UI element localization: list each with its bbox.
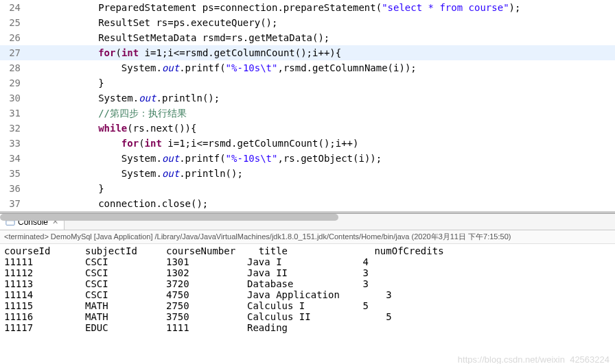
line-number: 35 bbox=[0, 166, 29, 181]
code-content[interactable]: while(rs.next()){ bbox=[29, 121, 615, 136]
code-content[interactable]: System.out.printf("%-10s\t",rsmd.getColu… bbox=[29, 60, 615, 75]
line-number: 29 bbox=[0, 75, 29, 90]
console-panel: Console ✕ <terminated> DemoMySql [Java A… bbox=[0, 213, 615, 364]
code-line[interactable]: 30 System.out.println(); bbox=[0, 90, 615, 106]
code-line[interactable]: 35 System.out.println(); bbox=[0, 166, 615, 181]
code-content[interactable]: ResultSetMetaData rsmd=rs.getMetaData(); bbox=[29, 30, 615, 45]
editor-horizontal-scrollbar[interactable] bbox=[0, 212, 615, 213]
code-content[interactable]: } bbox=[29, 75, 615, 90]
scrollbar-thumb[interactable] bbox=[0, 214, 338, 221]
code-content[interactable]: System.out.println(); bbox=[29, 166, 615, 181]
code-line[interactable]: 33 for(int i=1;i<=rsmd.getColumnCount();… bbox=[0, 136, 615, 151]
watermark: https://blog.csdn.net/weixin_42563224 bbox=[458, 354, 610, 364]
code-line[interactable]: 37 connection.close(); bbox=[0, 196, 615, 211]
line-number: 26 bbox=[0, 30, 29, 45]
line-number: 30 bbox=[0, 90, 29, 106]
code-line[interactable]: 24 PreparedStatement ps=connection.prepa… bbox=[0, 0, 615, 15]
code-content[interactable]: connection.close(); bbox=[29, 196, 615, 211]
code-line[interactable]: 26 ResultSetMetaData rsmd=rs.getMetaData… bbox=[0, 30, 615, 45]
line-number: 34 bbox=[0, 151, 29, 166]
console-process-label: <terminated> DemoMySql [Java Application… bbox=[0, 230, 615, 244]
code-content[interactable]: } bbox=[29, 181, 615, 196]
code-line[interactable]: 31 //第四步：执行结果 bbox=[0, 106, 615, 121]
code-content[interactable]: //第四步：执行结果 bbox=[29, 106, 615, 121]
line-number: 32 bbox=[0, 121, 29, 136]
line-number: 36 bbox=[0, 181, 29, 196]
code-content[interactable]: for(int i=1;i<=rsmd.getColumnCount();i++… bbox=[29, 136, 615, 151]
code-line[interactable]: 36 } bbox=[0, 181, 615, 196]
code-line[interactable]: 32 while(rs.next()){ bbox=[0, 121, 615, 136]
line-number: 25 bbox=[0, 15, 29, 30]
code-line[interactable]: 29 } bbox=[0, 75, 615, 90]
code-content[interactable]: System.out.println(); bbox=[29, 90, 615, 106]
code-line[interactable]: 28 System.out.printf("%-10s\t",rsmd.getC… bbox=[0, 60, 615, 75]
code-line[interactable]: 27 for(int i=1;i<=rsmd.getColumnCount();… bbox=[0, 45, 615, 60]
console-output[interactable]: courseId subjectId courseNumber title nu… bbox=[0, 244, 615, 364]
code-line[interactable]: 25 ResultSet rs=ps.executeQuery(); bbox=[0, 15, 615, 30]
line-number: 31 bbox=[0, 106, 29, 121]
code-content[interactable]: PreparedStatement ps=connection.prepareS… bbox=[29, 0, 615, 15]
code-editor[interactable]: 24 PreparedStatement ps=connection.prepa… bbox=[0, 0, 615, 212]
code-content[interactable]: System.out.printf("%-10s\t",rs.getObject… bbox=[29, 151, 615, 166]
code-line[interactable]: 34 System.out.printf("%-10s\t",rs.getObj… bbox=[0, 151, 615, 166]
line-number: 37 bbox=[0, 196, 29, 211]
line-number: 28 bbox=[0, 60, 29, 75]
code-content[interactable]: for(int i=1;i<=rsmd.getColumnCount();i++… bbox=[29, 45, 615, 60]
line-number: 33 bbox=[0, 136, 29, 151]
console-text: courseId subjectId courseNumber title nu… bbox=[4, 245, 611, 333]
code-content[interactable]: ResultSet rs=ps.executeQuery(); bbox=[29, 15, 615, 30]
line-number: 27 bbox=[0, 45, 29, 60]
line-number: 24 bbox=[0, 0, 29, 15]
